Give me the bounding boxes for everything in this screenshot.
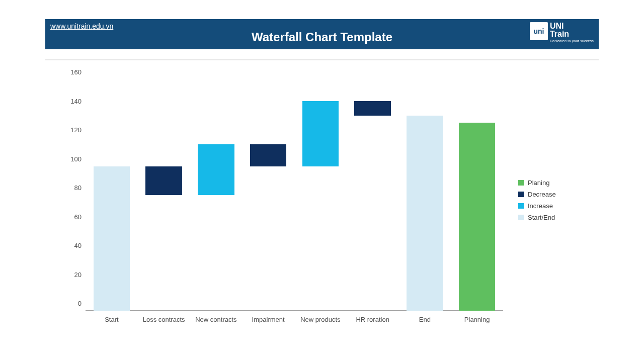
y-tick: 60 (74, 213, 82, 220)
legend-swatch (518, 180, 524, 186)
header-url-link[interactable]: www.unitrain.edu.vn (50, 22, 113, 30)
logo: uni UNI Train Dedicated to your success (530, 22, 594, 43)
x-label: Planning (464, 316, 490, 323)
logo-icon: uni (530, 22, 548, 40)
x-axis: StartLoss contractsNew contractsImpairme… (86, 314, 503, 329)
legend-swatch (518, 203, 524, 209)
plot-area (86, 79, 503, 311)
logo-line1: UNI (550, 22, 594, 30)
bar-decrease (354, 101, 391, 116)
logo-line2: Train (550, 30, 594, 38)
bar-increase (198, 144, 234, 195)
legend-item: Planing (518, 179, 589, 187)
bar-start_end (94, 166, 130, 311)
legend-label: Decrease (528, 191, 556, 198)
legend-item: Start/End (518, 214, 589, 221)
bar-decrease (145, 166, 182, 196)
bar-increase (302, 101, 339, 166)
y-axis: 020406080100120140160 (55, 79, 86, 311)
legend-item: Decrease (518, 191, 589, 198)
x-label: Impairment (252, 316, 285, 323)
y-tick: 80 (74, 184, 82, 192)
x-label: New products (300, 316, 340, 323)
bar-decrease (250, 144, 287, 166)
header-bar: www.unitrain.edu.vn Waterfall Chart Temp… (45, 19, 599, 49)
x-label: End (419, 316, 431, 323)
y-tick: 120 (70, 126, 82, 134)
y-tick: 20 (74, 270, 82, 278)
divider (45, 59, 599, 60)
bar-start_end (407, 116, 443, 311)
y-tick: 0 (78, 300, 82, 307)
x-label: Start (105, 316, 118, 323)
waterfall-chart: 020406080100120140160 StartLoss contract… (55, 74, 589, 336)
legend-item: Increase (518, 202, 589, 210)
y-tick: 100 (70, 155, 82, 162)
y-tick: 160 (70, 68, 82, 76)
slide: www.unitrain.edu.vn Waterfall Chart Temp… (45, 19, 599, 343)
legend-swatch (518, 215, 524, 220)
legend-swatch (518, 192, 524, 197)
y-tick: 140 (70, 97, 82, 105)
x-label: HR roration (356, 316, 389, 323)
x-label: New contracts (195, 316, 236, 323)
legend-label: Planing (528, 179, 549, 187)
x-label: Loss contracts (143, 316, 185, 323)
legend-label: Start/End (528, 214, 555, 221)
y-tick: 40 (74, 242, 82, 249)
legend: PlaningDecreaseIncreaseStart/End (518, 175, 589, 225)
legend-label: Increase (528, 202, 553, 210)
page-title: Waterfall Chart Template (45, 30, 599, 44)
logo-text: UNI Train Dedicated to your success (550, 22, 594, 43)
logo-tagline: Dedicated to your success (550, 39, 594, 43)
bar-planning (459, 123, 496, 311)
